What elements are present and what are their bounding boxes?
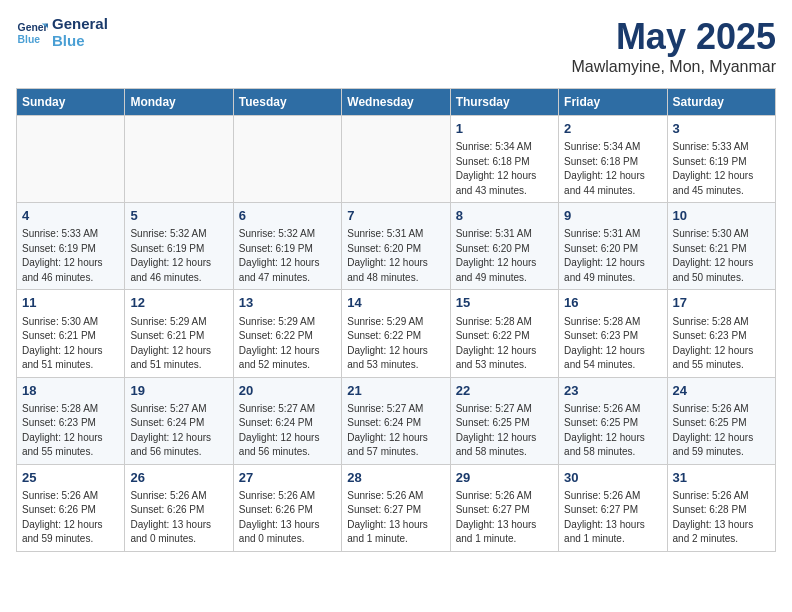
day-number: 29 bbox=[456, 469, 553, 487]
calendar-cell: 26Sunrise: 5:26 AM Sunset: 6:26 PM Dayli… bbox=[125, 464, 233, 551]
day-info: Sunrise: 5:27 AM Sunset: 6:24 PM Dayligh… bbox=[130, 402, 227, 460]
day-number: 12 bbox=[130, 294, 227, 312]
day-number: 5 bbox=[130, 207, 227, 225]
calendar-cell: 16Sunrise: 5:28 AM Sunset: 6:23 PM Dayli… bbox=[559, 290, 667, 377]
calendar-cell: 18Sunrise: 5:28 AM Sunset: 6:23 PM Dayli… bbox=[17, 377, 125, 464]
calendar-cell: 23Sunrise: 5:26 AM Sunset: 6:25 PM Dayli… bbox=[559, 377, 667, 464]
day-info: Sunrise: 5:26 AM Sunset: 6:27 PM Dayligh… bbox=[456, 489, 553, 547]
header-saturday: Saturday bbox=[667, 89, 775, 116]
day-info: Sunrise: 5:29 AM Sunset: 6:22 PM Dayligh… bbox=[239, 315, 336, 373]
day-number: 1 bbox=[456, 120, 553, 138]
header-thursday: Thursday bbox=[450, 89, 558, 116]
day-info: Sunrise: 5:26 AM Sunset: 6:28 PM Dayligh… bbox=[673, 489, 770, 547]
day-info: Sunrise: 5:26 AM Sunset: 6:25 PM Dayligh… bbox=[564, 402, 661, 460]
calendar-cell: 19Sunrise: 5:27 AM Sunset: 6:24 PM Dayli… bbox=[125, 377, 233, 464]
day-number: 26 bbox=[130, 469, 227, 487]
day-info: Sunrise: 5:26 AM Sunset: 6:26 PM Dayligh… bbox=[239, 489, 336, 547]
calendar-cell: 29Sunrise: 5:26 AM Sunset: 6:27 PM Dayli… bbox=[450, 464, 558, 551]
calendar-cell: 27Sunrise: 5:26 AM Sunset: 6:26 PM Dayli… bbox=[233, 464, 341, 551]
calendar-cell: 22Sunrise: 5:27 AM Sunset: 6:25 PM Dayli… bbox=[450, 377, 558, 464]
day-info: Sunrise: 5:32 AM Sunset: 6:19 PM Dayligh… bbox=[130, 227, 227, 285]
calendar-cell: 13Sunrise: 5:29 AM Sunset: 6:22 PM Dayli… bbox=[233, 290, 341, 377]
day-info: Sunrise: 5:26 AM Sunset: 6:27 PM Dayligh… bbox=[347, 489, 444, 547]
logo: General Blue General Blue bbox=[16, 16, 108, 49]
day-info: Sunrise: 5:33 AM Sunset: 6:19 PM Dayligh… bbox=[22, 227, 119, 285]
day-info: Sunrise: 5:27 AM Sunset: 6:24 PM Dayligh… bbox=[347, 402, 444, 460]
calendar-cell bbox=[125, 116, 233, 203]
calendar-cell: 1Sunrise: 5:34 AM Sunset: 6:18 PM Daylig… bbox=[450, 116, 558, 203]
calendar-cell bbox=[342, 116, 450, 203]
day-info: Sunrise: 5:28 AM Sunset: 6:23 PM Dayligh… bbox=[673, 315, 770, 373]
calendar-cell: 10Sunrise: 5:30 AM Sunset: 6:21 PM Dayli… bbox=[667, 203, 775, 290]
day-number: 14 bbox=[347, 294, 444, 312]
calendar-week-2: 4Sunrise: 5:33 AM Sunset: 6:19 PM Daylig… bbox=[17, 203, 776, 290]
day-number: 30 bbox=[564, 469, 661, 487]
day-info: Sunrise: 5:28 AM Sunset: 6:23 PM Dayligh… bbox=[22, 402, 119, 460]
calendar-cell: 21Sunrise: 5:27 AM Sunset: 6:24 PM Dayli… bbox=[342, 377, 450, 464]
calendar-week-4: 18Sunrise: 5:28 AM Sunset: 6:23 PM Dayli… bbox=[17, 377, 776, 464]
calendar-cell: 4Sunrise: 5:33 AM Sunset: 6:19 PM Daylig… bbox=[17, 203, 125, 290]
calendar-cell: 28Sunrise: 5:26 AM Sunset: 6:27 PM Dayli… bbox=[342, 464, 450, 551]
day-number: 20 bbox=[239, 382, 336, 400]
header-monday: Monday bbox=[125, 89, 233, 116]
day-number: 17 bbox=[673, 294, 770, 312]
day-info: Sunrise: 5:31 AM Sunset: 6:20 PM Dayligh… bbox=[347, 227, 444, 285]
day-number: 9 bbox=[564, 207, 661, 225]
day-number: 23 bbox=[564, 382, 661, 400]
calendar-week-3: 11Sunrise: 5:30 AM Sunset: 6:21 PM Dayli… bbox=[17, 290, 776, 377]
day-info: Sunrise: 5:31 AM Sunset: 6:20 PM Dayligh… bbox=[456, 227, 553, 285]
day-info: Sunrise: 5:28 AM Sunset: 6:22 PM Dayligh… bbox=[456, 315, 553, 373]
day-number: 7 bbox=[347, 207, 444, 225]
calendar-cell: 14Sunrise: 5:29 AM Sunset: 6:22 PM Dayli… bbox=[342, 290, 450, 377]
day-number: 10 bbox=[673, 207, 770, 225]
day-number: 15 bbox=[456, 294, 553, 312]
calendar-cell: 20Sunrise: 5:27 AM Sunset: 6:24 PM Dayli… bbox=[233, 377, 341, 464]
day-number: 27 bbox=[239, 469, 336, 487]
calendar-cell: 24Sunrise: 5:26 AM Sunset: 6:25 PM Dayli… bbox=[667, 377, 775, 464]
day-info: Sunrise: 5:27 AM Sunset: 6:25 PM Dayligh… bbox=[456, 402, 553, 460]
calendar-cell: 2Sunrise: 5:34 AM Sunset: 6:18 PM Daylig… bbox=[559, 116, 667, 203]
day-info: Sunrise: 5:29 AM Sunset: 6:22 PM Dayligh… bbox=[347, 315, 444, 373]
calendar-cell: 7Sunrise: 5:31 AM Sunset: 6:20 PM Daylig… bbox=[342, 203, 450, 290]
day-number: 2 bbox=[564, 120, 661, 138]
day-info: Sunrise: 5:26 AM Sunset: 6:27 PM Dayligh… bbox=[564, 489, 661, 547]
day-number: 3 bbox=[673, 120, 770, 138]
header-tuesday: Tuesday bbox=[233, 89, 341, 116]
calendar-cell: 5Sunrise: 5:32 AM Sunset: 6:19 PM Daylig… bbox=[125, 203, 233, 290]
day-number: 16 bbox=[564, 294, 661, 312]
svg-text:Blue: Blue bbox=[18, 33, 41, 44]
day-info: Sunrise: 5:28 AM Sunset: 6:23 PM Dayligh… bbox=[564, 315, 661, 373]
logo-line1: General bbox=[52, 16, 108, 33]
calendar-cell: 31Sunrise: 5:26 AM Sunset: 6:28 PM Dayli… bbox=[667, 464, 775, 551]
header-friday: Friday bbox=[559, 89, 667, 116]
calendar-cell: 3Sunrise: 5:33 AM Sunset: 6:19 PM Daylig… bbox=[667, 116, 775, 203]
calendar-cell: 9Sunrise: 5:31 AM Sunset: 6:20 PM Daylig… bbox=[559, 203, 667, 290]
day-number: 21 bbox=[347, 382, 444, 400]
logo-line2: Blue bbox=[52, 33, 108, 50]
day-number: 8 bbox=[456, 207, 553, 225]
day-info: Sunrise: 5:30 AM Sunset: 6:21 PM Dayligh… bbox=[673, 227, 770, 285]
header-sunday: Sunday bbox=[17, 89, 125, 116]
day-info: Sunrise: 5:26 AM Sunset: 6:26 PM Dayligh… bbox=[130, 489, 227, 547]
day-number: 28 bbox=[347, 469, 444, 487]
day-info: Sunrise: 5:26 AM Sunset: 6:25 PM Dayligh… bbox=[673, 402, 770, 460]
header-wednesday: Wednesday bbox=[342, 89, 450, 116]
day-number: 4 bbox=[22, 207, 119, 225]
header-row: SundayMondayTuesdayWednesdayThursdayFrid… bbox=[17, 89, 776, 116]
day-info: Sunrise: 5:29 AM Sunset: 6:21 PM Dayligh… bbox=[130, 315, 227, 373]
day-number: 19 bbox=[130, 382, 227, 400]
day-number: 31 bbox=[673, 469, 770, 487]
calendar-cell: 11Sunrise: 5:30 AM Sunset: 6:21 PM Dayli… bbox=[17, 290, 125, 377]
page-header: General Blue General Blue May 2025 Mawla… bbox=[16, 16, 776, 76]
day-number: 25 bbox=[22, 469, 119, 487]
day-number: 24 bbox=[673, 382, 770, 400]
day-info: Sunrise: 5:31 AM Sunset: 6:20 PM Dayligh… bbox=[564, 227, 661, 285]
day-number: 22 bbox=[456, 382, 553, 400]
day-number: 18 bbox=[22, 382, 119, 400]
location-subtitle: Mawlamyine, Mon, Myanmar bbox=[572, 58, 777, 76]
calendar-cell: 17Sunrise: 5:28 AM Sunset: 6:23 PM Dayli… bbox=[667, 290, 775, 377]
day-info: Sunrise: 5:32 AM Sunset: 6:19 PM Dayligh… bbox=[239, 227, 336, 285]
day-info: Sunrise: 5:27 AM Sunset: 6:24 PM Dayligh… bbox=[239, 402, 336, 460]
title-block: May 2025 Mawlamyine, Mon, Myanmar bbox=[572, 16, 777, 76]
calendar-cell: 25Sunrise: 5:26 AM Sunset: 6:26 PM Dayli… bbox=[17, 464, 125, 551]
